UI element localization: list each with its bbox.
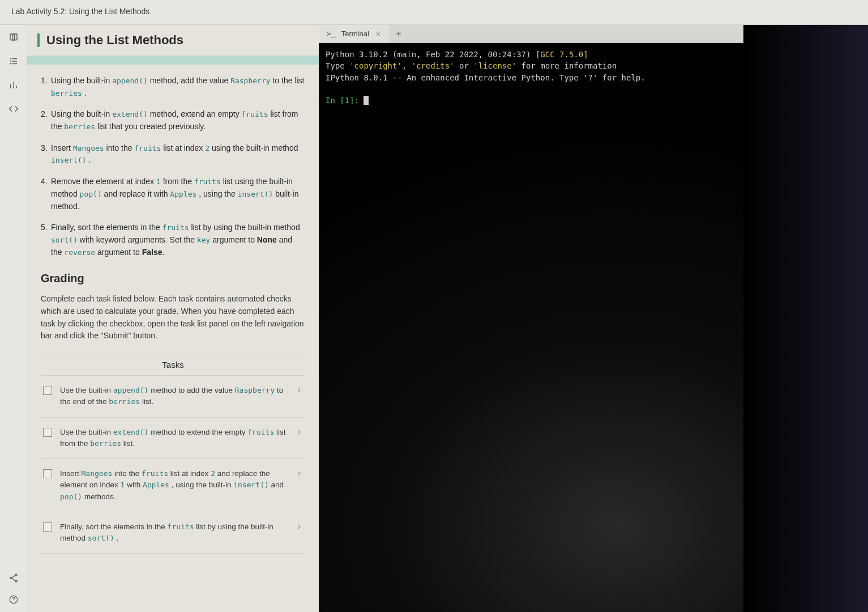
top-bar: Lab Activity 5.2: Using the List Methods [0, 0, 868, 25]
chevron-right-icon[interactable]: › [296, 385, 303, 395]
task-text: Finally, sort the elements in the fruits… [60, 521, 288, 545]
chevron-right-icon[interactable]: › [296, 427, 303, 437]
pane-header: Using the List Methods [27, 25, 319, 56]
lab-title: Lab Activity 5.2: Using the List Methods [11, 7, 149, 16]
task-row[interactable]: Finally, sort the elements in the fruits… [41, 512, 305, 554]
chevron-right-icon[interactable]: › [296, 468, 303, 478]
page-title: Using the List Methods [46, 33, 183, 48]
instruction-item: Insert Mangoes into the fruits list at i… [41, 142, 305, 167]
tasklist-icon[interactable] [8, 56, 19, 67]
task-checkbox[interactable] [43, 522, 52, 532]
code-icon[interactable] [8, 103, 19, 114]
svg-point-0 [15, 574, 16, 576]
right-edge-glare [743, 25, 868, 612]
book-icon[interactable] [8, 32, 19, 43]
terminal-pane: >_ Terminal × + Python 3.10.2 (main, Feb… [319, 25, 743, 612]
instructions-pane: Using the List Methods Using the built-i… [27, 25, 319, 612]
terminal-icon: >_ [327, 29, 336, 38]
tab-label: Terminal [341, 29, 369, 38]
instruction-item: Remove the element at index 1 from the f… [41, 176, 305, 212]
svg-point-2 [15, 580, 16, 582]
task-row[interactable]: Use the built-in append() method to add … [41, 376, 305, 418]
task-text: Use the built-in extend() method to exte… [60, 427, 288, 450]
terminal-output[interactable]: Python 3.10.2 (main, Feb 22 2022, 00:24:… [319, 43, 743, 612]
divider-strip [27, 56, 319, 65]
side-rail [0, 25, 27, 612]
share-icon[interactable] [8, 572, 19, 584]
task-row[interactable]: Insert Mangoes into the fruits list at i… [41, 459, 305, 512]
task-checkbox[interactable] [43, 386, 52, 395]
task-text: Use the built-in append() method to add … [60, 385, 288, 408]
close-icon[interactable]: × [375, 29, 382, 39]
accent-bar [37, 33, 40, 47]
chevron-right-icon[interactable]: › [296, 521, 303, 532]
tasks-container: Use the built-in append() method to add … [41, 376, 305, 554]
task-checkbox[interactable] [43, 428, 52, 437]
task-text: Insert Mangoes into the fruits list at i… [60, 468, 288, 503]
task-checkbox[interactable] [43, 469, 52, 478]
instruction-item: Using the built-in extend() method, exte… [41, 108, 305, 133]
instruction-item: Finally, sort the elements in the fruits… [41, 222, 305, 258]
terminal-prompt: In [1]: [326, 96, 364, 105]
content-scroll[interactable]: Using the built-in append() method, add … [27, 65, 319, 612]
task-row[interactable]: Use the built-in extend() method to exte… [41, 418, 305, 460]
add-tab-button[interactable]: + [390, 25, 407, 42]
svg-point-1 [10, 577, 11, 579]
instruction-list: Using the built-in append() method, add … [41, 75, 305, 258]
grading-heading: Grading [41, 272, 305, 285]
bar-chart-icon[interactable] [8, 79, 19, 91]
terminal-cursor [364, 96, 369, 105]
tab-bar: >_ Terminal × + [319, 25, 743, 43]
tab-terminal[interactable]: >_ Terminal × [319, 25, 390, 42]
grading-text: Complete each task listed below. Each ta… [41, 293, 305, 342]
help-icon[interactable] [8, 594, 19, 605]
tasks-heading: Tasks [41, 354, 305, 376]
instruction-item: Using the built-in append() method, add … [41, 75, 305, 99]
